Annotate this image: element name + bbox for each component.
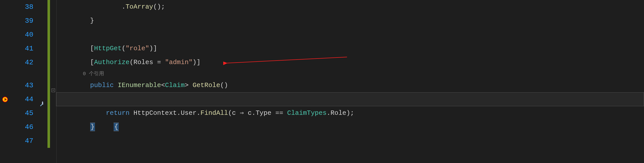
- bp-cell[interactable]: [0, 28, 10, 42]
- line-number[interactable]: 44: [10, 92, 33, 106]
- paren: ): [149, 45, 153, 52]
- change-mark: [47, 56, 50, 69]
- bp-cell: [0, 69, 10, 78]
- attribute-name: HttpGet: [94, 45, 121, 52]
- bp-cell[interactable]: [0, 134, 10, 148]
- fold-toggle[interactable]: −: [50, 83, 56, 97]
- ig-cell: [38, 0, 47, 14]
- current-execution-marker[interactable]: [0, 92, 10, 106]
- code-line[interactable]: return HttpContext.User.FindAll(c ⇒ c.Ty…: [57, 106, 644, 120]
- dot: .: [177, 109, 181, 117]
- references-codelens[interactable]: 0 个引用: [57, 69, 644, 78]
- breakpoint-gutter[interactable]: [0, 0, 10, 163]
- code-line[interactable]: .ToArray();: [57, 0, 644, 14]
- code-line-current[interactable]: {: [57, 92, 644, 106]
- type-name: Claim: [165, 82, 185, 89]
- dot: .: [252, 109, 256, 117]
- ig-cell: [38, 42, 47, 56]
- code-area[interactable]: .ToArray(); } [HttpGet("role")] [Authori…: [57, 0, 644, 163]
- code-editor: 38 39 40 41 42 43 44 45 46 47: [0, 0, 644, 163]
- paren: (: [122, 45, 126, 52]
- dot: .: [122, 3, 126, 11]
- equals: =: [153, 59, 165, 66]
- references-text[interactable]: 0 个引用: [83, 71, 104, 77]
- fg-cell: [50, 69, 56, 83]
- suggestion-gutter: [38, 0, 47, 163]
- line-number[interactable]: 42: [10, 56, 33, 69]
- brace: }: [90, 17, 94, 24]
- quick-action-icon[interactable]: [38, 97, 47, 111]
- parameter-name: Roles: [133, 59, 153, 66]
- line-number[interactable]: 47: [10, 134, 33, 148]
- lambda-arrow: ⇒: [236, 109, 248, 117]
- type-name: IEnumerable: [118, 82, 161, 89]
- code-line[interactable]: [57, 134, 644, 148]
- code-line[interactable]: [HttpGet("role")]: [57, 42, 644, 56]
- indent: [59, 59, 90, 66]
- annotation-arrow-icon: [223, 56, 350, 69]
- indent: [59, 109, 106, 117]
- fg-cell: [50, 42, 56, 56]
- change-mark: [47, 69, 50, 78]
- code-line[interactable]: [57, 28, 644, 42]
- bp-cell[interactable]: [0, 0, 10, 14]
- identifier: User: [181, 109, 196, 117]
- string-literal: "admin": [165, 59, 192, 66]
- line-number[interactable]: 38: [10, 0, 33, 14]
- identifier: Type: [256, 109, 271, 117]
- fg-cell: [50, 28, 56, 42]
- paren: (: [228, 109, 232, 117]
- change-mark: [47, 0, 50, 14]
- code-line[interactable]: public IEnumerable<Claim> GetRole(): [57, 78, 644, 92]
- change-mark: [47, 42, 50, 56]
- change-indicator-gutter: [47, 0, 50, 163]
- code-line[interactable]: [Authorize(Roles = "admin")]: [57, 56, 644, 69]
- string-literal: "role": [126, 45, 149, 52]
- indent: [59, 17, 90, 24]
- paren: ();: [153, 3, 165, 11]
- indent: [59, 123, 90, 131]
- line-number[interactable]: 41: [10, 42, 33, 56]
- fg-cell: [50, 139, 56, 153]
- indent: [59, 3, 122, 11]
- line-number[interactable]: 43: [10, 78, 33, 92]
- svg-rect-1: [42, 101, 43, 102]
- bp-cell[interactable]: [0, 106, 10, 120]
- execution-arrow-icon: [2, 97, 8, 102]
- bracket: [: [90, 59, 94, 66]
- bracket: ]: [196, 59, 201, 66]
- fg-cell: [50, 125, 56, 139]
- ig-cell: [38, 56, 47, 69]
- lambda-param: c: [232, 109, 236, 117]
- identifier: Role: [331, 109, 346, 117]
- paren: (: [130, 59, 134, 66]
- ig-cell: [38, 125, 47, 139]
- ig-cell: [38, 28, 47, 42]
- indent: [59, 82, 90, 89]
- bp-cell[interactable]: [0, 120, 10, 134]
- code-line[interactable]: }: [57, 14, 644, 28]
- change-mark: [47, 14, 50, 28]
- fg-cell: [50, 111, 56, 125]
- ig-cell: [38, 139, 47, 153]
- change-mark: [47, 28, 50, 42]
- line-number[interactable]: 40: [10, 28, 33, 42]
- bp-cell[interactable]: [0, 42, 10, 56]
- ig-cell: [38, 111, 47, 125]
- brace: }: [90, 123, 95, 131]
- bp-cell[interactable]: [0, 78, 10, 92]
- line-number[interactable]: 46: [10, 120, 33, 134]
- paren: );: [346, 109, 354, 117]
- change-mark: [47, 92, 50, 106]
- change-mark: [47, 134, 50, 148]
- current-line-highlight: [56, 92, 644, 106]
- fg-cell: [50, 14, 56, 28]
- method-name: GetRole: [193, 82, 220, 89]
- line-number[interactable]: 45: [10, 106, 33, 120]
- code-line[interactable]: }: [57, 120, 644, 134]
- bp-cell[interactable]: [0, 56, 10, 69]
- paren: ): [193, 59, 197, 66]
- bracket: ]: [153, 45, 157, 52]
- bp-cell[interactable]: [0, 14, 10, 28]
- line-number[interactable]: 39: [10, 14, 33, 28]
